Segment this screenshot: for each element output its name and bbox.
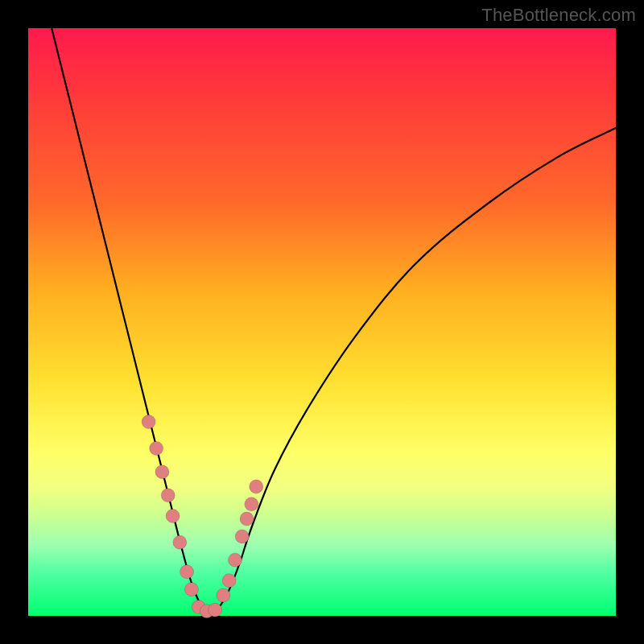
highlight-marker	[184, 583, 198, 597]
highlight-marker	[180, 565, 194, 579]
highlight-marker	[166, 509, 180, 522]
highlight-marker	[245, 497, 258, 511]
highlighted-points-group	[142, 415, 263, 618]
highlight-marker	[250, 480, 263, 493]
highlight-marker	[208, 603, 222, 617]
highlight-marker	[222, 574, 236, 588]
highlight-marker	[240, 512, 254, 526]
highlight-marker	[142, 415, 155, 429]
highlight-marker	[217, 588, 230, 602]
bottleneck-curve-line	[52, 28, 616, 613]
highlight-marker	[155, 465, 169, 479]
highlight-marker	[161, 489, 175, 502]
chart-frame: TheBottleneck.com	[0, 0, 644, 644]
plot-area	[28, 28, 616, 616]
watermark-text: TheBottleneck.com	[481, 5, 636, 26]
highlight-marker	[150, 441, 163, 455]
highlight-marker	[235, 530, 249, 543]
highlight-marker	[228, 553, 242, 567]
chart-svg	[28, 28, 616, 616]
highlight-marker	[173, 535, 187, 549]
